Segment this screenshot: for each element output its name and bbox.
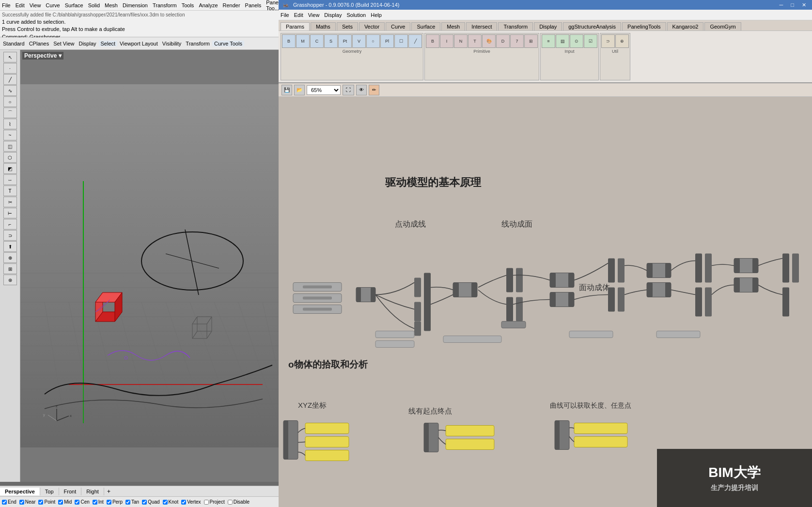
sidebar-analyze-tool[interactable]: ⊛ — [3, 275, 17, 285]
sidebar-select-tool[interactable]: ↖ — [3, 52, 17, 62]
gh-zoom-select[interactable]: 65% 100% 50% — [307, 85, 341, 95]
gh-icon-panel-input[interactable]: ▤ — [556, 34, 569, 48]
menu-dimension[interactable]: Dimension — [123, 2, 148, 8]
sidebar-offset-tool[interactable]: ⊃ — [3, 230, 17, 241]
toolbar-tab-viewportlayout[interactable]: Viewport Layout — [118, 41, 160, 46]
osnap-near-check[interactable] — [19, 500, 24, 505]
gh-icon-int-param[interactable]: I — [440, 34, 453, 48]
osnap-near[interactable]: Near — [19, 499, 36, 505]
gh-icon-data-param[interactable]: ⊞ — [524, 34, 538, 48]
osnap-end-check[interactable] — [2, 500, 7, 505]
gh-menu-display[interactable]: Display — [324, 12, 342, 18]
osnap-vertex-check[interactable] — [181, 500, 186, 505]
gh-tab-geomgym[interactable]: GeomGym — [704, 22, 741, 31]
sidebar-arc-tool[interactable]: ⌒ — [3, 108, 17, 118]
menu-transform[interactable]: Transform — [153, 2, 177, 8]
gh-icon-mesh[interactable]: M — [296, 34, 310, 48]
gh-sketch-btn[interactable]: ✏ — [369, 85, 379, 95]
gh-tab-vector[interactable]: Vector — [359, 22, 385, 31]
gh-icon-matrix-param[interactable]: 7 — [510, 34, 524, 48]
sidebar-boolean-tool[interactable]: ⊕ — [3, 252, 17, 263]
toolbar-tab-visibility[interactable]: Visibility — [160, 41, 184, 46]
sidebar-trim-tool[interactable]: ✂ — [3, 197, 17, 207]
osnap-disable[interactable]: Disable — [228, 499, 250, 505]
gh-close-btn[interactable]: ✕ — [800, 2, 808, 8]
osnap-point[interactable]: Point — [38, 499, 55, 505]
gh-icon-bool-param[interactable]: B — [426, 34, 439, 48]
gh-save-btn[interactable]: 💾 — [281, 85, 292, 95]
gh-icon-vector-param[interactable]: V — [352, 34, 366, 48]
sidebar-solid-tool[interactable]: ⬡ — [3, 152, 17, 163]
sidebar-surface-tool[interactable]: ◫ — [3, 141, 17, 152]
gh-tab-paneling[interactable]: PanelingTools — [622, 22, 666, 31]
osnap-cen-check[interactable] — [75, 500, 79, 505]
gh-tab-kangaroo[interactable]: Kangaroo2 — [667, 22, 704, 31]
gh-icon-domain-param[interactable]: D — [496, 34, 510, 48]
viewport-tab-add[interactable]: + — [104, 487, 113, 496]
osnap-knot-check[interactable] — [163, 500, 168, 505]
viewport-perspective-label[interactable]: Perspective ▾ — [22, 52, 63, 60]
gh-tab-surface[interactable]: Surface — [411, 22, 440, 31]
gh-icon-curve-param[interactable]: C — [310, 34, 324, 48]
gh-tab-maths[interactable]: Maths — [311, 22, 336, 31]
osnap-perp-check[interactable] — [107, 500, 111, 505]
gh-icon-num-param[interactable]: N — [454, 34, 468, 48]
gh-icon-brep[interactable]: B — [282, 34, 296, 48]
gh-tab-display[interactable]: Display — [534, 22, 562, 31]
sidebar-extrude-tool[interactable]: ⬆ — [3, 241, 17, 252]
viewport-tab-perspective[interactable]: Perspective — [0, 488, 40, 495]
sidebar-transform-tool[interactable]: ⊞ — [3, 263, 17, 274]
gh-tab-curve[interactable]: Curve — [386, 22, 410, 31]
viewport-tab-front[interactable]: Front — [59, 488, 82, 495]
gh-icon-slider-input[interactable]: ≡ — [542, 34, 555, 48]
sidebar-polyline-tool[interactable]: ⌇ — [3, 119, 17, 129]
osnap-project-check[interactable] — [204, 500, 209, 505]
gh-icon-merge-util[interactable]: ⊕ — [615, 34, 629, 48]
osnap-point-check[interactable] — [38, 500, 43, 505]
osnap-quad[interactable]: Quad — [142, 499, 159, 505]
viewport-tab-right[interactable]: Right — [81, 488, 104, 495]
gh-menu-help[interactable]: Help — [371, 12, 382, 18]
osnap-cen[interactable]: Cen — [75, 499, 89, 505]
gh-canvas[interactable]: 驱动模型的基本原理 点动成线 线动成面 面动成体 o物体的拾取和分析 XYZ坐标… — [279, 97, 812, 507]
gh-menu-file[interactable]: File — [281, 12, 289, 18]
gh-open-btn[interactable]: 📂 — [294, 85, 305, 95]
osnap-perp[interactable]: Perp — [107, 499, 123, 505]
gh-fit-btn[interactable]: ⛶ — [343, 85, 354, 95]
toolbar-tab-select[interactable]: Select — [99, 41, 118, 46]
gh-icon-surface-param[interactable]: S — [324, 34, 338, 48]
osnap-int[interactable]: Int — [93, 499, 104, 505]
sidebar-point-tool[interactable]: · — [3, 63, 17, 74]
gh-menu-solution[interactable]: Solution — [346, 12, 366, 18]
sidebar-circle-tool[interactable]: ○ — [3, 96, 17, 107]
gh-icon-point-param[interactable]: Pt — [338, 34, 352, 48]
osnap-disable-check[interactable] — [228, 500, 233, 505]
gh-menu-edit[interactable]: Edit — [294, 12, 303, 18]
osnap-project[interactable]: Project — [204, 499, 225, 505]
menu-analyze[interactable]: Analyze — [199, 2, 218, 8]
sidebar-curve-tool[interactable]: ∿ — [3, 85, 17, 96]
osnap-mid[interactable]: Mid — [58, 499, 72, 505]
osnap-tan[interactable]: Tan — [125, 499, 139, 505]
sidebar-fillet-tool[interactable]: ⌐ — [3, 219, 17, 230]
sidebar-mesh-tool[interactable]: ◩ — [3, 163, 17, 174]
sidebar-freeform-tool[interactable]: ~ — [3, 130, 17, 140]
gh-menu-view[interactable]: View — [308, 12, 320, 18]
gh-icon-plane-param[interactable]: Pl — [380, 34, 394, 48]
toolbar-tab-transform[interactable]: Transform — [184, 41, 212, 46]
rhino-viewport[interactable]: Perspective ▾ — [20, 50, 279, 482]
menu-file[interactable]: File — [2, 2, 11, 8]
osnap-quad-check[interactable] — [142, 500, 147, 505]
menu-solid[interactable]: Solid — [88, 2, 100, 8]
menu-surface[interactable]: Surface — [65, 2, 83, 8]
gh-icon-pipe-util[interactable]: ⊃ — [601, 34, 615, 48]
toolbar-tab-standard[interactable]: Standard — [1, 41, 27, 46]
gh-maximize-btn[interactable]: □ — [789, 2, 796, 8]
gh-minimize-btn[interactable]: ─ — [778, 2, 785, 8]
gh-icon-toggle-input[interactable]: ☑ — [584, 34, 597, 48]
sidebar-dimension-tool[interactable]: ↔ — [3, 174, 17, 185]
menu-mesh[interactable]: Mesh — [105, 2, 118, 8]
sidebar-line-tool[interactable]: ╱ — [3, 74, 17, 85]
gh-tab-mesh[interactable]: Mesh — [441, 22, 465, 31]
sidebar-extend-tool[interactable]: ⊢ — [3, 208, 17, 218]
